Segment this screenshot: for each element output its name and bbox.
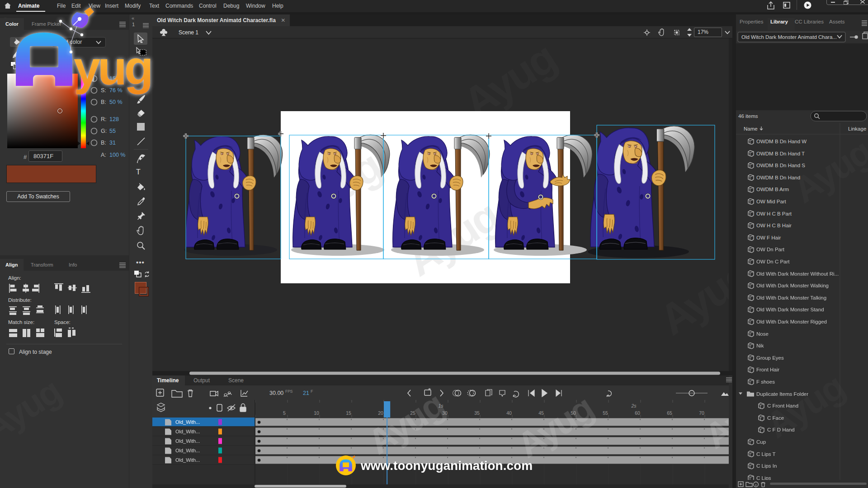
svg-text:Cup: Cup [756, 439, 766, 445]
svg-text:Properties: Properties [740, 19, 764, 24]
svg-text:Old With Dark Monster Talking: Old With Dark Monster Talking [756, 295, 826, 300]
svg-text:yug: yug [74, 41, 151, 94]
svg-text:Old Witch Dark Monster Animatd: Old Witch Dark Monster Animatd Chara... [741, 34, 837, 40]
svg-text:Nik: Nik [756, 343, 764, 348]
svg-text:Assets: Assets [829, 19, 845, 24]
svg-text:70: 70 [699, 410, 704, 416]
svg-text:Scene: Scene [228, 377, 244, 384]
svg-text:CC Libraries: CC Libraries [795, 19, 824, 24]
svg-text:Timeline: Timeline [157, 377, 179, 384]
svg-text:OW Dn Part: OW Dn Part [756, 247, 785, 252]
svg-text:F: F [311, 389, 313, 394]
svg-text:OWDM B Dn Hand S: OWDM B Dn Hand S [756, 163, 805, 168]
svg-text:Old_With...: Old_With... [175, 438, 200, 444]
svg-text:55: 55 [603, 410, 608, 416]
svg-text:Name: Name [744, 126, 758, 131]
svg-text:30.00: 30.00 [269, 390, 283, 396]
svg-text:Ayug: Ayug [759, 366, 851, 446]
svg-text:Front Hair: Front Hair [756, 367, 779, 372]
svg-text:Old_With...: Old_With... [175, 457, 200, 463]
svg-text:60: 60 [635, 410, 640, 416]
svg-text:Old_With...: Old_With... [175, 429, 200, 434]
svg-text:www.toonyuganimation.com: www.toonyuganimation.com [360, 459, 533, 473]
svg-text:Old With Dark Monster Without: Old With Dark Monster Without Ri... [756, 271, 839, 277]
svg-text:Group Eyes: Group Eyes [756, 355, 784, 361]
svg-text:OWDM B Arm: OWDM B Arm [756, 187, 789, 192]
svg-text:FPS: FPS [285, 389, 293, 394]
svg-text:65: 65 [667, 410, 672, 416]
svg-text:Old With Dark Monster Rigged: Old With Dark Monster Rigged [756, 319, 827, 324]
svg-text:35: 35 [474, 410, 480, 416]
svg-text:C Lips T: C Lips T [756, 451, 776, 457]
svg-text:C Lips In: C Lips In [756, 463, 777, 469]
svg-text:40: 40 [506, 410, 512, 416]
svg-text:F shoes: F shoes [756, 379, 775, 385]
svg-text:Nose: Nose [756, 331, 769, 337]
svg-text:5: 5 [283, 410, 286, 416]
svg-text:Linkage: Linkage [848, 126, 866, 131]
svg-text:OW Dn C Part: OW Dn C Part [756, 259, 790, 264]
svg-text:10: 10 [314, 410, 319, 416]
svg-text:OWDM B Dn Hand T: OWDM B Dn Hand T [756, 151, 805, 156]
svg-text:15: 15 [346, 410, 351, 416]
svg-text:Old With Dark Monster Walking: Old With Dark Monster Walking [756, 283, 829, 288]
svg-text:OW H C B Hair: OW H C B Hair [756, 223, 792, 228]
svg-text:OWDM B Dn Hand W: OWDM B Dn Hand W [756, 139, 807, 144]
svg-text:2s: 2s [631, 403, 637, 408]
svg-text:21: 21 [303, 390, 309, 396]
svg-text:OW Mid Part: OW Mid Part [756, 199, 787, 204]
svg-text:Old_With...: Old_With... [175, 419, 200, 425]
svg-text:Old With Dark Monster Stand: Old With Dark Monster Stand [756, 307, 824, 312]
svg-text:Old_With...: Old_With... [175, 448, 200, 453]
svg-text:Output: Output [193, 377, 210, 384]
svg-text:46 items: 46 items [738, 113, 758, 119]
svg-text:Library: Library [770, 19, 788, 24]
svg-text:OW H C B Part: OW H C B Part [756, 211, 792, 216]
svg-text:OW F Hair: OW F Hair [756, 235, 781, 240]
